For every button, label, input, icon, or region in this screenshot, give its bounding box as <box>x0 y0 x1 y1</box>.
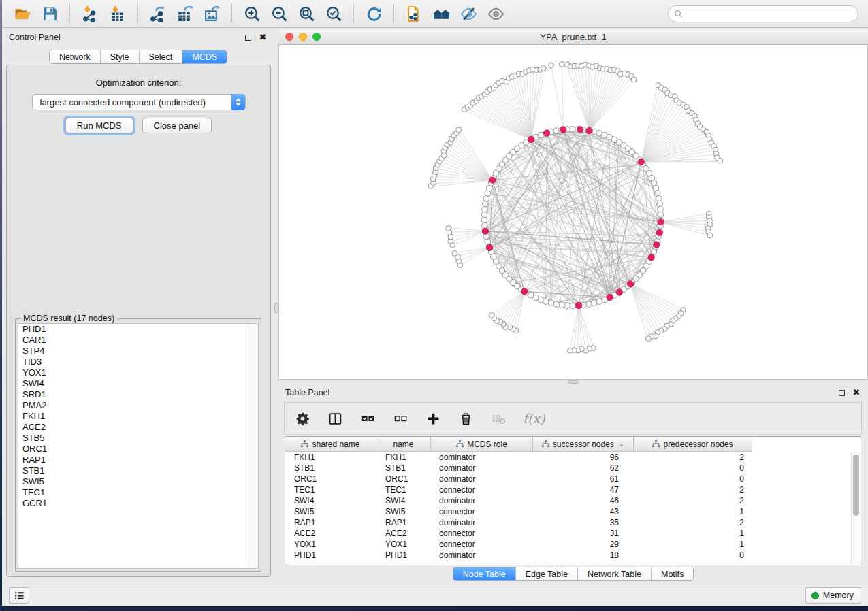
mcds-hub-node[interactable] <box>654 242 660 248</box>
network-from-file-icon[interactable] <box>404 3 424 24</box>
table-row[interactable]: FKH1FKH1dominator962 <box>285 452 851 463</box>
tab-edge-table[interactable]: Edge Table <box>515 567 577 580</box>
table-scrollbar[interactable] <box>851 452 861 565</box>
column-header-mcds-role[interactable]: MCDS role <box>431 437 533 452</box>
mcds-result-item[interactable]: YOX1 <box>18 367 258 378</box>
hide-graphics-details-icon[interactable] <box>458 3 479 24</box>
delete-column-icon[interactable] <box>457 410 474 427</box>
mcds-hub-node[interactable] <box>638 159 644 165</box>
mcds-result-list[interactable]: PHD1CAR1STP4TID3YOX1SWI4SRD1PMA2FKH1ACE2… <box>18 323 259 569</box>
zoom-in-icon[interactable] <box>242 3 262 24</box>
table-row[interactable]: PHD1PHD1dominator180 <box>285 550 851 561</box>
show-column-panel-icon[interactable] <box>327 410 343 427</box>
mcds-hub-node[interactable] <box>577 127 583 133</box>
table-row[interactable]: RAP1RAP1dominator352 <box>285 517 851 528</box>
add-column-icon[interactable] <box>425 410 441 427</box>
table-row[interactable]: SWI5SWI5connector431 <box>285 506 851 517</box>
mcds-result-item[interactable]: SRD1 <box>18 389 258 400</box>
run-mcds-button[interactable]: Run MCDS <box>65 118 133 133</box>
birds-eye-view-icon[interactable] <box>485 3 506 24</box>
network-canvas[interactable] <box>278 45 868 380</box>
table-row[interactable]: YOX1YOX1connector291 <box>285 539 851 550</box>
mcds-hub-node[interactable] <box>528 136 534 142</box>
mcds-hub-node[interactable] <box>489 177 496 183</box>
zoom-fit-icon[interactable] <box>296 3 317 24</box>
table-row[interactable]: STB1STB1dominator620 <box>285 463 851 474</box>
mcds-result-item[interactable]: CAR1 <box>18 335 258 346</box>
mcds-result-item[interactable]: FKH1 <box>18 411 258 422</box>
table-row[interactable]: ACE2ACE2connector311 <box>285 528 851 539</box>
mcds-result-item[interactable]: SWI5 <box>18 476 258 487</box>
table-settings-icon[interactable] <box>294 410 310 427</box>
close-panel-icon[interactable]: ✖ <box>258 33 268 42</box>
close-panel-icon[interactable]: ✖ <box>852 388 861 397</box>
mcds-result-item[interactable]: RAP1 <box>18 455 258 465</box>
float-panel-icon[interactable] <box>837 388 846 397</box>
table-cell-shared-name: RAP1 <box>285 518 376 527</box>
zoom-selected-icon[interactable] <box>323 3 344 24</box>
import-network-icon[interactable] <box>80 3 100 24</box>
float-panel-icon[interactable] <box>243 33 253 42</box>
mcds-hub-node[interactable] <box>482 228 488 234</box>
search-input[interactable] <box>686 10 858 19</box>
toolbar-search[interactable] <box>668 5 858 22</box>
table-row[interactable]: SWI4SWI4dominator462 <box>285 495 851 506</box>
mcds-hub-node[interactable] <box>607 294 613 300</box>
splitter-grip[interactable] <box>568 380 579 384</box>
mcds-result-item[interactable]: TEC1 <box>18 487 258 498</box>
mcds-hub-node[interactable] <box>575 302 581 308</box>
select-all-rows-icon[interactable] <box>359 410 376 427</box>
show-all-windows-icon[interactable] <box>431 3 451 24</box>
tab-node-table[interactable]: Node Table <box>453 567 515 580</box>
close-panel-button[interactable]: Close panel <box>142 118 212 133</box>
mcds-hub-node[interactable] <box>521 288 528 295</box>
mcds-result-item[interactable]: STB1 <box>18 465 258 476</box>
mcds-hub-node[interactable] <box>616 289 622 295</box>
tab-motifs[interactable]: Motifs <box>651 567 693 580</box>
zoom-out-icon[interactable] <box>269 3 289 24</box>
table-row[interactable]: ORC1ORC1dominator610 <box>285 474 851 484</box>
tab-network[interactable]: Network <box>50 50 100 63</box>
task-history-button[interactable] <box>9 587 29 604</box>
export-table-icon[interactable] <box>174 3 195 24</box>
mcds-hub-node[interactable] <box>586 128 592 134</box>
mcds-result-item[interactable]: STP4 <box>18 346 258 357</box>
mcds-result-item[interactable]: ORC1 <box>18 444 258 455</box>
mcds-hub-node[interactable] <box>656 229 662 235</box>
import-table-icon[interactable] <box>107 3 127 24</box>
table-cell-predecessors: 0 <box>634 474 752 484</box>
tab-network-table[interactable]: Network Table <box>577 567 651 580</box>
refresh-view-icon[interactable] <box>364 3 384 24</box>
mcds-hub-node[interactable] <box>648 254 654 261</box>
mcds-hub-node[interactable] <box>560 127 566 133</box>
mcds-result-item[interactable]: TID3 <box>18 357 258 367</box>
scrollbar-thumb[interactable] <box>853 455 859 516</box>
open-session-icon[interactable] <box>12 3 33 24</box>
mcds-list-scrollbar[interactable] <box>248 324 258 568</box>
mcds-result-item[interactable]: PHD1 <box>18 324 258 335</box>
mcds-result-item[interactable]: PMA2 <box>18 400 258 411</box>
column-header-predecessor-nodes[interactable]: predecessor nodes <box>634 437 752 452</box>
mcds-result-item[interactable]: GCR1 <box>18 498 258 509</box>
tab-style[interactable]: Style <box>100 50 139 63</box>
column-header-successor-nodes[interactable]: successor nodes ⌄ <box>533 437 634 452</box>
mcds-hub-node[interactable] <box>486 244 492 250</box>
tab-mcds[interactable]: MCDS <box>182 50 227 63</box>
column-header-shared-name[interactable]: shared name <box>285 437 376 452</box>
memory-button[interactable]: Memory <box>805 587 861 604</box>
export-network-icon[interactable] <box>147 3 167 24</box>
horizontal-splitter[interactable] <box>278 380 868 384</box>
mcds-hub-node[interactable] <box>543 130 549 136</box>
table-row[interactable]: TEC1TEC1connector472 <box>285 484 851 495</box>
mcds-result-item[interactable]: ACE2 <box>18 422 258 433</box>
mcds-hub-node[interactable] <box>658 219 664 225</box>
mcds-result-item[interactable]: SWI4 <box>18 378 258 389</box>
column-header-name[interactable]: name <box>376 437 431 452</box>
tab-select[interactable]: Select <box>139 50 182 63</box>
deselect-all-rows-icon[interactable] <box>392 410 408 427</box>
optimization-criterion-select[interactable]: largest connected component (undirected) <box>32 94 246 110</box>
export-image-icon[interactable] <box>202 3 222 24</box>
mcds-result-item[interactable]: STB5 <box>18 433 258 444</box>
mcds-hub-node[interactable] <box>628 281 634 287</box>
save-session-icon[interactable] <box>39 3 60 24</box>
